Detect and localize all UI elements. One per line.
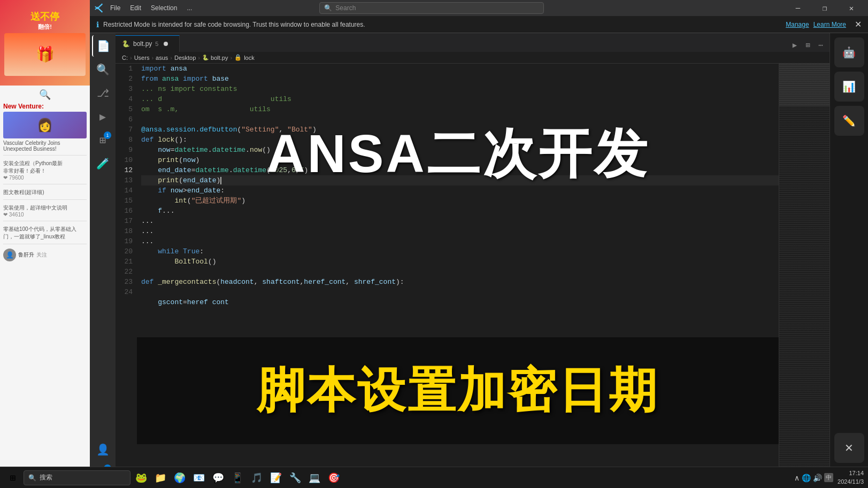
activity-source-control-button[interactable]: ⎇ [92,82,113,104]
window-controls: — ❐ ✕ [786,0,864,16]
split-editor-button[interactable]: ⊞ [803,38,812,52]
input-method-icon[interactable]: 中 [824,473,833,482]
taskbar-folder-icon[interactable]: 📁 [152,469,169,486]
breadcrumb-asus[interactable]: asus [156,55,168,61]
taskbar-right: ∧ 🌐 🔊 中 17:14 2024/11/3 [794,469,864,486]
code-line-8: def lock(): [141,135,779,145]
activity-test-button[interactable]: 🧪 [92,153,113,174]
activity-run-button[interactable]: ▶ [92,106,113,127]
lock-icon-breadcrumb: 🔒 [234,54,242,61]
activity-search-button[interactable]: 🔍 [92,59,113,80]
editor-layout: 📄 🔍 ⎇ ▶ ⊞ 1 🧪 👤 ⚙ [90,33,868,488]
banner-close-button[interactable]: ✕ [855,19,862,29]
breadcrumb-desktop[interactable]: Desktop [174,55,196,61]
accounts-icon: 👤 [96,443,110,456]
close-icon: ✕ [844,441,854,454]
banner-learn-more-link[interactable]: Learn More [813,21,846,28]
code-line-5: om s .m, utils [141,104,779,114]
taskbar-app2-icon[interactable]: 🎵 [248,469,265,486]
activity-bar: 📄 🔍 ⎇ ▶ ⊞ 1 🧪 👤 ⚙ [90,33,116,488]
taskbar-vscode-taskbar-icon[interactable]: 💻 [306,469,323,486]
code-line-10: print(now) [141,155,779,165]
search-icon: 🔍 [324,4,332,12]
banner-message: Restricted Mode is intended for safe cod… [103,21,781,28]
tab-bolt-py[interactable]: 🐍 bolt.py 5 [116,35,180,52]
code-line-21 [141,267,779,277]
breadcrumb-function[interactable]: lock [244,55,255,61]
window-maximize-button[interactable]: ❐ [812,0,837,16]
taskbar-search-label: 搜索 [40,473,52,482]
search-area[interactable]: 🔍 [3,89,87,100]
user-area: 👤 鲁肝升 关注 [3,249,87,261]
code-line-15: f... [141,206,779,216]
taskbar-edge-icon[interactable]: 🌍 [171,469,188,486]
menu-more[interactable]: ... [182,3,196,13]
menu-file[interactable]: File [106,3,125,13]
code-line-17: ... [141,226,779,236]
code-line-23 [141,287,779,297]
stats-btn[interactable]: 📊 [834,72,864,102]
editor-container: 🐍 bolt.py 5 ▶ ⊞ ⋯ C: › Users › asus › [116,33,829,488]
code-line-7: @ansa.session.defbutton("Setting", "Bolt… [141,125,779,135]
extensions-badge: 1 [104,131,111,139]
ad-item-4[interactable]: 安装使用，超详细中文说明 ❤ 34610 [3,204,87,221]
run-button[interactable]: ▶ [790,38,799,52]
taskbar-app5-icon[interactable]: 🎯 [325,469,342,486]
ad-item-5[interactable]: 零基础100个代码，从零基础入门，一篇就够了_linux教程 [3,226,87,244]
taskbar-clock[interactable]: 17:14 2024/11/3 [838,469,864,486]
minimap[interactable] [779,64,829,476]
minimap-viewport [779,64,829,106]
tab-bar: 🐍 bolt.py 5 ▶ ⊞ ⋯ [116,33,829,52]
banner-manage-link[interactable]: Manage [786,21,809,28]
window-close-button[interactable]: ✕ [839,0,864,16]
code-content[interactable]: import ansa from ansa import base ... ns… [137,64,779,476]
edit-btn[interactable]: ✏️ [834,106,864,136]
taskbar-file-icon[interactable]: 🐸 [133,469,150,486]
ad-item-1[interactable]: New Venture: 👩 Vascular Celebrity Joins … [3,103,87,156]
window-minimize-button[interactable]: — [786,0,810,16]
volume-icon[interactable]: 🔊 [813,474,822,482]
title-bar: File Edit Selection ... 🔍 Search — ❐ ✕ [90,0,868,16]
code-editor[interactable]: 1 2 3 4 5 6 7 8 9 10 12 13 14 15 16 17 1 [116,64,829,476]
tray-expand-icon[interactable]: ∧ [794,474,800,482]
code-line-13: if now>end_date: [141,185,779,196]
breadcrumb-users[interactable]: Users [134,55,150,61]
menu-edit[interactable]: Edit [126,3,145,13]
avatar-icon: 🤖 [842,46,856,59]
close-sidebar-btn[interactable]: ✕ [834,433,864,463]
username: 鲁肝升 [18,251,34,259]
taskbar-app4-icon[interactable]: 🔧 [287,469,304,486]
file-icon-breadcrumb: 🐍 [202,55,209,60]
user-action: 关注 [36,251,47,259]
network-icon[interactable]: 🌐 [802,474,811,482]
ad-item-3[interactable]: 图文教程(超详细) [3,189,87,200]
ad-item-2[interactable]: 安装全流程（Python最新 非常好看！必看！ ❤ 79600 [3,160,87,184]
activity-accounts-button[interactable]: 👤 [92,439,113,460]
more-actions-button[interactable]: ⋯ [817,38,825,52]
taskbar-app1-icon[interactable]: 📱 [229,469,246,486]
activity-extensions-button[interactable]: ⊞ 1 [92,129,113,151]
code-line-9: now=datetime.datetime.now() [141,145,779,155]
activity-explorer-button[interactable]: 📄 [92,35,113,57]
menu-bar: File Edit Selection ... [94,3,196,13]
breadcrumb-file[interactable]: bolt.py [211,55,228,61]
vscode-window: File Edit Selection ... 🔍 Search — ❐ ✕ ℹ… [90,0,868,488]
menu-selection[interactable]: Selection [147,3,181,13]
taskbar-chat-icon[interactable]: 💬 [210,469,227,486]
close-sidebar-area: ✕ [834,433,864,463]
run-icon: ▶ [99,110,106,123]
taskbar-app3-icon[interactable]: 📝 [267,469,285,486]
tab-modified-dot [164,42,168,46]
code-line-12: print(end_date) [141,175,779,185]
code-line-4: ... d utils [141,94,779,104]
breadcrumb: C: › Users › asus › Desktop › 🐍 bolt.py … [116,52,829,64]
taskbar-search[interactable]: 🔍 搜索 [24,470,130,485]
search-box[interactable]: 🔍 Search [319,2,544,14]
code-line-14: int("已超过试用期") [141,196,779,206]
search-placeholder: Search [335,4,356,12]
banner-info-icon: ℹ [96,20,99,29]
avatar-btn[interactable]: 🤖 [834,37,864,67]
start-button[interactable]: ⊞ [4,469,21,486]
code-line-20: BoltTool() [141,257,779,267]
taskbar-mail-icon[interactable]: 📧 [190,469,208,486]
